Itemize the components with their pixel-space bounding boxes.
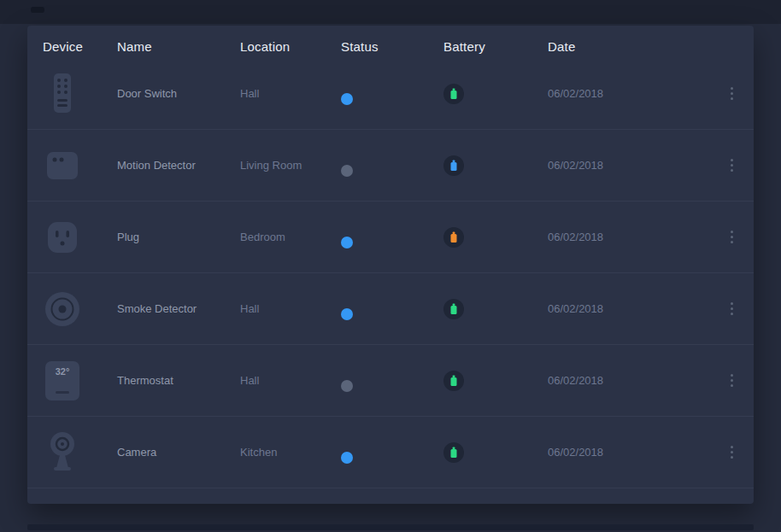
table-row: Smoke Detector Hall 06/02/2018 — [27, 273, 754, 345]
column-header-location: Location — [240, 39, 341, 54]
camera-icon — [43, 430, 82, 475]
column-header-date: Date — [548, 39, 702, 54]
row-menu-button[interactable] — [727, 297, 737, 320]
column-header-battery: Battery — [443, 39, 548, 54]
device-location: Hall — [240, 374, 341, 387]
battery-indicator — [443, 442, 464, 463]
battery-indicator — [443, 155, 464, 176]
row-menu-button[interactable] — [727, 82, 737, 105]
device-location: Hall — [240, 302, 341, 315]
device-name: Motion Detector — [117, 159, 240, 172]
toggle-knob — [341, 380, 353, 392]
table-row: Motion Detector Living Room 06/02/2018 — [27, 130, 754, 202]
device-date: 06/02/2018 — [548, 159, 702, 172]
battery-icon — [451, 303, 457, 314]
toggle-knob — [341, 93, 353, 105]
device-date: 06/02/2018 — [548, 87, 702, 100]
table-row: Plug Bedroom 06/02/2018 — [27, 202, 754, 273]
battery-indicator — [443, 371, 464, 391]
device-name: Plug — [117, 231, 240, 243]
device-location: Bedroom — [240, 231, 341, 243]
device-table-card: Device Name Location Status Battery Date… — [27, 26, 754, 504]
thermostat-icon: 32° — [43, 359, 82, 403]
remote-icon — [43, 72, 82, 116]
toggle-knob — [341, 165, 353, 177]
battery-icon — [451, 160, 457, 171]
battery-icon — [451, 375, 457, 386]
toggle-knob — [341, 237, 353, 248]
column-header-status: Status — [341, 39, 443, 54]
column-header-name: Name — [117, 39, 240, 54]
toggle-knob — [341, 452, 353, 464]
battery-indicator — [443, 84, 464, 104]
device-name: Thermostat — [117, 374, 240, 387]
device-date: 06/02/2018 — [548, 231, 702, 243]
device-date: 06/02/2018 — [548, 302, 702, 315]
device-date: 06/02/2018 — [548, 446, 702, 459]
table-row: 32° Thermostat Hall 06/02/2018 — [27, 345, 754, 417]
top-bar — [0, 0, 781, 24]
row-menu-button[interactable] — [727, 441, 737, 464]
device-name: Smoke Detector — [117, 302, 240, 315]
battery-icon — [451, 447, 457, 458]
table-row: Camera Kitchen 06/02/2018 — [27, 417, 754, 488]
row-menu-button[interactable] — [727, 154, 737, 177]
device-date: 06/02/2018 — [548, 374, 702, 387]
device-location: Living Room — [240, 159, 341, 172]
thermostat-line — [56, 391, 69, 394]
battery-icon — [451, 88, 457, 99]
battery-icon — [451, 231, 457, 243]
toggle-knob — [341, 308, 353, 320]
table-row: Door Switch Hall 06/02/2018 — [27, 58, 754, 130]
table-header-row: Device Name Location Status Battery Date — [27, 26, 754, 58]
battery-indicator — [443, 299, 464, 319]
plug-icon — [43, 215, 82, 260]
motion-detector-icon — [43, 143, 82, 188]
battery-indicator — [443, 227, 464, 248]
row-menu-button[interactable] — [727, 369, 737, 392]
device-name: Camera — [117, 446, 240, 459]
row-menu-button[interactable] — [727, 225, 737, 248]
thermostat-temperature-label: 32° — [56, 366, 70, 377]
top-accent-decoration — [31, 7, 44, 13]
smoke-detector-icon — [43, 287, 82, 331]
bottom-bar-decoration — [27, 524, 754, 530]
device-name: Door Switch — [117, 87, 240, 100]
column-header-device: Device — [43, 39, 117, 54]
device-location: Hall — [240, 87, 341, 100]
device-location: Kitchen — [240, 446, 341, 459]
